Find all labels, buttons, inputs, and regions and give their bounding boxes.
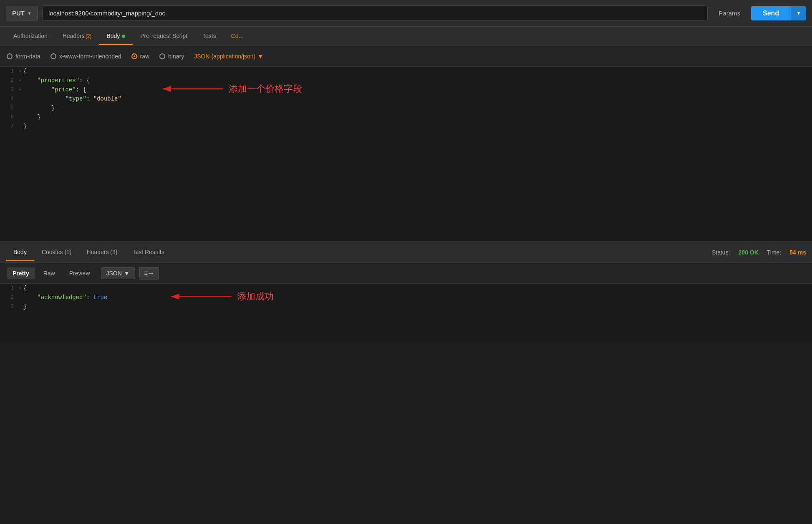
radio-binary [159,53,165,59]
url-input[interactable] [42,5,708,21]
request-tabs: Authorization Headers(2) Body Pre-reques… [0,27,812,46]
option-form-data[interactable]: form-data [7,53,40,60]
radio-x-www [50,53,56,59]
tab-pre-request[interactable]: Pre-request Script [133,28,195,45]
resp-code-line-3: 3 ▾ } [0,302,812,311]
resp-json-dropdown[interactable]: JSON ▼ [101,267,135,279]
option-raw[interactable]: raw [131,53,150,60]
time-value: 54 ms [789,249,806,256]
resp-tab-cookies[interactable]: Cookies (1) [34,244,79,261]
response-section: Body Cookies (1) Headers (3) Test Result… [0,242,812,342]
tab-authorization[interactable]: Authorization [6,28,55,45]
params-button[interactable]: Params [712,6,747,20]
response-tabs: Body Cookies (1) Headers (3) Test Result… [0,242,812,263]
radio-raw [131,53,137,59]
radio-form-data [7,53,13,59]
resp-tab-headers[interactable]: Headers (3) [79,244,125,261]
code-line-4: 4 ▾ "type": "double" [0,94,812,103]
option-x-www-form-urlencoded[interactable]: x-www-form-urlencoded [50,53,121,60]
resp-wrap-icon[interactable]: ≡→ [139,267,159,280]
response-toolbar: Pretty Raw Preview JSON ▼ ≡→ [0,263,812,284]
tab-body[interactable]: Body [99,28,133,45]
send-button-group: Send ▼ [751,6,806,20]
code-line-1: 1 ▾ { [0,67,812,76]
body-options-bar: form-data x-www-form-urlencoded raw bina… [0,46,812,67]
send-button[interactable]: Send [751,6,791,20]
code-line-5: 5 ▾ } [0,103,812,113]
code-line-2: 2 ▾ "properties": { [0,76,812,85]
status-value: 200 OK [739,249,759,256]
method-dropdown[interactable]: PUT ▼ [6,6,38,20]
response-body-editor[interactable]: 1 ▾ { 2 ▾ "acknowledged": true 3 ▾ } [0,284,812,342]
method-chevron: ▼ [27,11,32,16]
json-type-selector[interactable]: JSON (application/json) ▼ [194,53,263,60]
resp-tab-test-results[interactable]: Test Results [125,244,171,261]
tab-cookies-truncated[interactable]: Co... [224,28,251,45]
url-bar: PUT ▼ Params Send ▼ [0,0,812,27]
resp-code-line-1: 1 ▾ { [0,284,812,293]
send-dropdown-button[interactable]: ▼ [791,6,806,20]
code-line-3: 3 ▾ "price": { [0,85,812,94]
option-binary[interactable]: binary [159,53,184,60]
resp-code-line-2: 2 ▾ "acknowledged": true [0,293,812,302]
request-body-editor[interactable]: 1 ▾ { 2 ▾ "properties": { 3 ▾ "price": {… [0,67,812,242]
code-line-7: 7 ▾ } [0,122,812,131]
tab-headers[interactable]: Headers(2) [55,28,99,45]
method-label: PUT [12,10,25,17]
status-label: Status: [712,249,730,256]
resp-tab-body[interactable]: Body [6,244,34,261]
resp-raw-btn[interactable]: Raw [38,267,61,279]
resp-pretty-btn[interactable]: Pretty [7,267,35,279]
tab-tests[interactable]: Tests [195,28,224,45]
time-label: Time: [767,249,781,256]
status-info: Status: 200 OK Time: 54 ms [712,249,806,256]
body-active-dot [122,35,125,38]
code-line-6: 6 ▾ } [0,113,812,122]
resp-preview-btn[interactable]: Preview [63,267,96,279]
